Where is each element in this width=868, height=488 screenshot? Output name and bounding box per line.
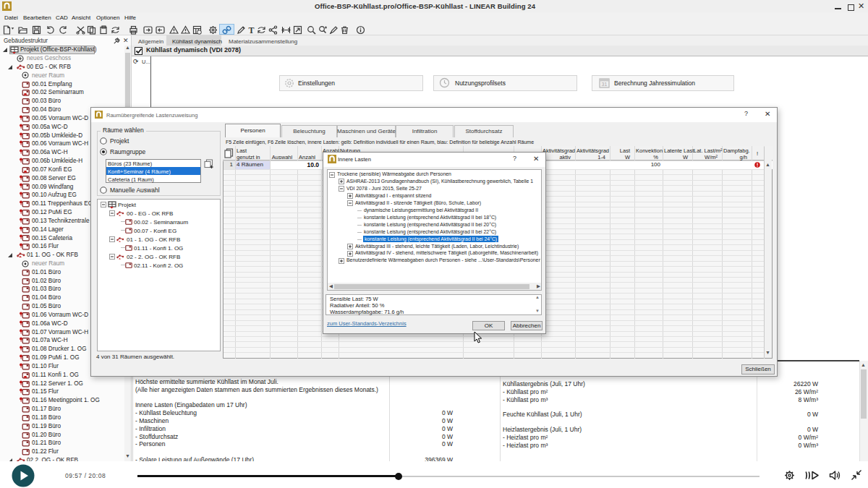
svg-text:T: T — [248, 25, 254, 35]
svg-text:31: 31 — [602, 82, 608, 87]
